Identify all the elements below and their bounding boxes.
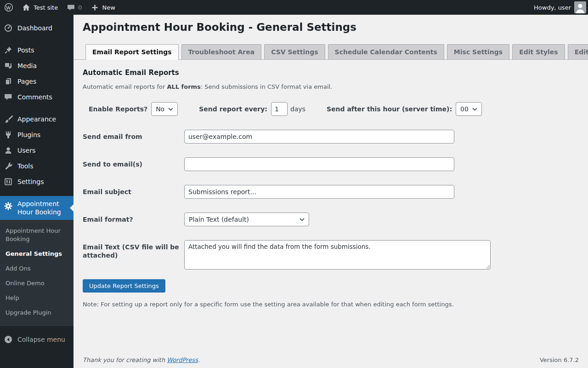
- chevron-down-icon: [472, 108, 477, 111]
- sidebar-item-label: Pages: [17, 78, 36, 85]
- send-to-emails-input[interactable]: [184, 157, 454, 171]
- plugin-submenu: Appointment Hour Booking General Setting…: [0, 220, 74, 326]
- sidebar-item-users[interactable]: Users: [0, 143, 74, 158]
- wrench-icon: [4, 161, 13, 171]
- page-title: Appointment Hour Booking - General Setti…: [83, 21, 588, 33]
- sidebar-item-label: Tools: [17, 162, 34, 170]
- send-every-input[interactable]: [271, 102, 288, 116]
- sidebar-item-label: Appointment Hour Booking: [17, 200, 70, 216]
- thanks-suffix: .: [198, 356, 200, 363]
- email-format-label: Email format?: [83, 213, 184, 226]
- email-subject-label: Email subject: [83, 185, 184, 199]
- main-content: Appointment Hour Booking - General Setti…: [74, 15, 588, 368]
- send-to-emails-row: Send to email(s): [83, 157, 588, 171]
- send-every-unit: days: [290, 105, 305, 113]
- plus-icon: [90, 3, 100, 12]
- send-email-from-input[interactable]: [184, 130, 454, 144]
- submenu-item-upgrade-plugin[interactable]: Upgrade Plugin: [0, 305, 74, 320]
- comments-icon: [4, 92, 13, 102]
- tab-edit-styles[interactable]: Edit Styles: [512, 44, 565, 59]
- sidebar-item-pages[interactable]: Pages: [0, 74, 74, 89]
- sidebar-item-label: Users: [17, 147, 35, 154]
- tab-troubleshoot-area[interactable]: Troubleshoot Area: [181, 44, 262, 59]
- gear-icon: [4, 201, 13, 211]
- enable-reports-select[interactable]: No: [151, 102, 178, 116]
- send-after-hour-value: 00: [460, 105, 469, 113]
- tab-csv-settings[interactable]: CSV Settings: [264, 44, 325, 59]
- user-icon: [4, 146, 13, 155]
- pages-icon: [4, 77, 13, 86]
- intro-suffix: : Send submissions in CSV format via ema…: [201, 83, 332, 90]
- sidebar-item-label: Dashboard: [17, 24, 52, 32]
- sidebar-item-appointment-hour-booking[interactable]: Appointment Hour Booking: [0, 196, 74, 220]
- submenu-item-add-ons[interactable]: Add Ons: [0, 261, 74, 276]
- wordpress-link[interactable]: WordPress: [167, 356, 198, 363]
- tab-schedule-calendar-contents[interactable]: Schedule Calendar Contents: [328, 44, 444, 59]
- settings-icon: [4, 177, 13, 186]
- send-every-label: Send report every:: [199, 105, 267, 113]
- section-intro: Automatic email reports for ALL forms: S…: [83, 83, 588, 90]
- sidebar-item-posts[interactable]: Posts: [0, 42, 74, 58]
- send-to-emails-label: Send to email(s): [83, 157, 184, 171]
- sidebar-item-comments[interactable]: Comments: [0, 89, 74, 105]
- avatar[interactable]: [574, 1, 586, 13]
- comment-count: 0: [78, 4, 82, 11]
- email-subject-input[interactable]: [184, 185, 454, 199]
- send-after-hour-label: Send after this hour (server time):: [327, 105, 452, 113]
- report-schedule-row: Enable Reports? No Send report every: da…: [89, 102, 588, 116]
- tab-misc-settings[interactable]: Misc Settings: [447, 44, 509, 59]
- enable-reports-label: Enable Reports?: [89, 105, 147, 113]
- submenu-item-help[interactable]: Help: [0, 291, 74, 305]
- chevron-down-icon: [168, 108, 173, 111]
- sidebar-item-plugins[interactable]: Plugins: [0, 127, 74, 143]
- footer-thanks: Thank you for creating with WordPress.: [83, 356, 200, 363]
- sidebar-item-media[interactable]: Media: [0, 58, 74, 74]
- sidebar-item-label: Posts: [17, 46, 34, 54]
- tab-email-report-settings[interactable]: Email Report Settings: [85, 44, 179, 60]
- note-text: Note: For setting up a report only for a…: [83, 301, 588, 308]
- send-email-from-row: Send email from: [83, 130, 588, 144]
- media-icon: [4, 61, 13, 70]
- wordpress-logo-menu[interactable]: [0, 0, 17, 15]
- sidebar-item-label: Plugins: [17, 131, 40, 138]
- settings-tabs: Email Report Settings Troubleshoot Area …: [74, 44, 588, 60]
- sidebar-item-appearance[interactable]: Appearance: [0, 111, 74, 127]
- home-icon: [22, 3, 31, 12]
- tab-edit-scripts[interactable]: Edit Scripts: [568, 44, 588, 59]
- comment-bubble-icon: [66, 3, 75, 12]
- admin-bar: Test site 0 New Howdy, user: [0, 0, 588, 15]
- send-after-hour-select[interactable]: 00: [456, 102, 482, 116]
- sidebar-item-label: Media: [17, 62, 37, 69]
- intro-bold: ALL forms: [167, 83, 200, 90]
- pushpin-icon: [4, 46, 13, 55]
- sidebar-item-dashboard[interactable]: Dashboard: [0, 20, 74, 36]
- chevron-down-icon: [300, 218, 305, 221]
- submenu-item-general-settings[interactable]: General Settings: [0, 247, 74, 261]
- intro-prefix: Automatic email reports for: [83, 83, 167, 90]
- sidebar-item-settings[interactable]: Settings: [0, 174, 74, 190]
- send-email-from-label: Send email from: [83, 130, 184, 144]
- comments-shortcut[interactable]: 0: [62, 0, 86, 15]
- site-link[interactable]: Test site: [17, 0, 62, 15]
- sidebar-item-label: Comments: [17, 93, 52, 101]
- account-menu[interactable]: Howdy, user: [530, 0, 571, 15]
- submenu-item-appointment-hour-booking[interactable]: Appointment Hour Booking: [0, 224, 74, 247]
- sidebar-item-label: Appearance: [17, 115, 56, 123]
- email-format-value: Plain Text (default): [189, 216, 249, 223]
- enable-reports-value: No: [156, 105, 164, 113]
- plug-icon: [4, 130, 13, 139]
- email-format-row: Email format? Plain Text (default): [83, 213, 588, 226]
- collapse-menu-button[interactable]: Collapse menu: [0, 332, 74, 347]
- email-subject-row: Email subject: [83, 185, 588, 199]
- new-content-menu[interactable]: New: [86, 0, 119, 15]
- sidebar: Dashboard Posts Media Pages Comments App…: [0, 15, 74, 368]
- site-name: Test site: [34, 4, 58, 11]
- email-text-textarea[interactable]: Attached you will find the data from the…: [184, 240, 491, 270]
- sidebar-item-tools[interactable]: Tools: [0, 158, 74, 174]
- update-report-settings-button[interactable]: Update Report Settings: [83, 279, 165, 293]
- email-text-label: Email Text (CSV file will be attached): [83, 240, 184, 270]
- thanks-prefix: Thank you for creating with: [83, 356, 167, 363]
- email-format-select[interactable]: Plain Text (default): [184, 213, 309, 226]
- paintbrush-icon: [4, 115, 13, 124]
- submenu-item-online-demo[interactable]: Online Demo: [0, 276, 74, 291]
